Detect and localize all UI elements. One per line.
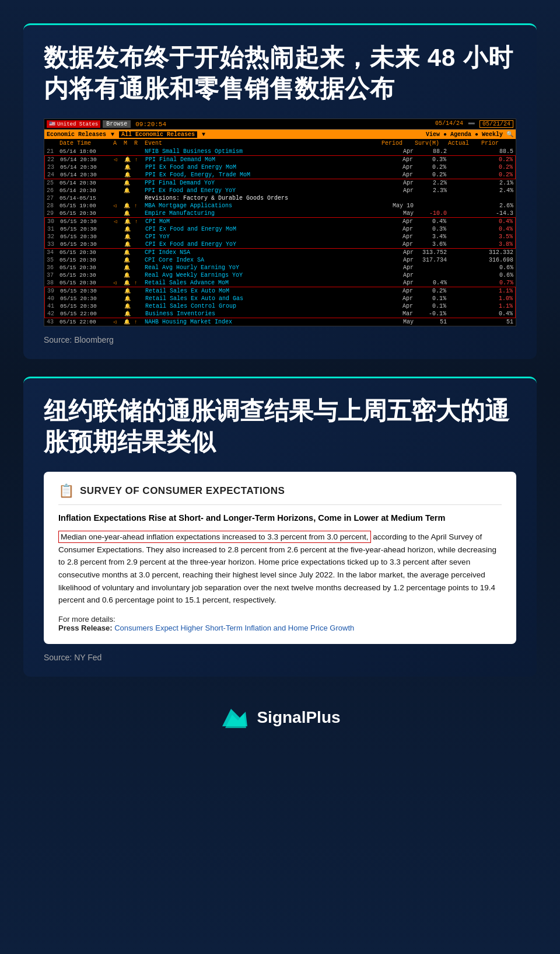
row-m: 🔔	[124, 187, 133, 194]
row-m: 🔔	[124, 180, 133, 186]
row-prior: 88.5	[481, 148, 513, 155]
row-r: ↑	[134, 203, 144, 209]
row-surv: 313.752	[415, 249, 447, 256]
row-date: 05/14 20:30	[60, 172, 113, 178]
row-surv: 0.3%	[414, 156, 446, 163]
table-row: 37 05/15 20:30 🔔 Real Avg Weekly Earning…	[44, 271, 516, 279]
section-1: 数据发布终于开始热闹起来，未来 48 小时内将有通胀和零售销售数据公布 🇺🇸 U…	[23, 23, 537, 359]
highlighted-sentence: Median one-year-ahead inflation expectat…	[58, 531, 371, 543]
row-prior: 0.6%	[481, 272, 513, 278]
row-num: 41	[47, 303, 59, 309]
table-row: 27 05/14-05/15 Revisions: Factory & Dura…	[44, 194, 516, 202]
source-nyfed: Source: NY Fed	[44, 653, 516, 662]
survey-body-cont: according to the April Survey of Consume…	[58, 532, 496, 604]
row-date: 05/15 20:30	[60, 210, 112, 217]
row-period: Apr	[381, 164, 413, 170]
row-date: 05/15 22:00	[60, 311, 113, 317]
row-m: 🔔	[124, 272, 133, 278]
row-prior: 0.4%	[481, 218, 513, 225]
row-period: Apr	[381, 234, 413, 240]
press-release-link[interactable]: Consumers Expect Higher Short-Term Infla…	[114, 624, 354, 632]
table-row: 33 05/15 20:30 🔔 CPI Ex Food and Energy …	[44, 241, 516, 249]
bb-view-label: View	[426, 131, 440, 138]
bb-col-headers: Date Time A M R Event Period Surv(M) Act…	[44, 139, 516, 148]
section-2: 纽约联储的通胀调查结果与上周五密大的通胀预期结果类似 📋 SURVEY OF C…	[23, 377, 537, 677]
row-prior: 0.6%	[481, 264, 513, 271]
bb-header-row-1: 🇺🇸 United States Browse 09:20:54 05/14/2…	[44, 119, 516, 130]
row-a: ◁	[114, 218, 123, 225]
table-row: 31 05/15 20:30 🔔 CPI Ex Food and Energy …	[44, 225, 516, 233]
row-num: 36	[47, 264, 58, 271]
row-date: 05/14 20:30	[60, 164, 113, 170]
survey-card: 📋 SURVEY OF CONSUMER EXPECTATIONS Inflat…	[44, 472, 516, 644]
row-num: 23	[47, 164, 59, 170]
table-row: 39 05/15 20:30 🔔 Retail Sales Ex Auto Mo…	[44, 287, 516, 295]
row-a: ◁	[113, 280, 123, 286]
table-row: 25 05/14 20:30 🔔 PPI Final Demand YoY Ap…	[44, 179, 516, 187]
row-surv: 3.4%	[414, 234, 446, 240]
flag-icon: 🇺🇸	[49, 121, 55, 127]
row-r: ↑	[134, 280, 144, 286]
bb-date-end[interactable]: 05/21/24	[480, 120, 513, 128]
bb-date-start[interactable]: 05/14/24	[435, 120, 463, 128]
row-event: PPI Ex Food, Energy, Trade MoM	[145, 172, 380, 178]
row-date: 05/15 20:30	[60, 234, 113, 240]
row-prior: 2.6%	[481, 203, 513, 209]
bb-agenda-label[interactable]: Agenda	[450, 131, 471, 138]
row-event: CPI YoY	[145, 234, 380, 240]
row-surv: 2.2%	[415, 180, 447, 186]
col-actual: Actual	[448, 140, 480, 147]
row-event: Retail Sales Control Group	[145, 303, 380, 309]
row-surv: 2.3%	[415, 187, 447, 194]
row-period: May	[382, 210, 414, 217]
row-num: 22	[47, 156, 59, 163]
row-prior: 0.4%	[481, 311, 513, 317]
row-event: Business Inventories	[145, 311, 380, 317]
row-m: 🔔	[124, 241, 134, 248]
bb-category[interactable]: Economic Releases	[47, 131, 106, 138]
survey-icon: 📋	[58, 483, 74, 499]
row-date: 05/15 20:30	[60, 249, 112, 256]
table-row: 32 05/15 20:30 🔔 CPI YoY Apr 3.4% 3.5%	[44, 233, 516, 241]
row-surv: 0.2%	[414, 172, 446, 178]
table-row: 38 05/15 20:30 ◁ 🔔 ↑ Retail Sales Advanc…	[44, 279, 516, 287]
row-period: May 10	[382, 203, 414, 209]
table-row: 41 05/15 20:30 🔔 Retail Sales Control Gr…	[44, 302, 516, 310]
row-num: 43	[47, 319, 58, 325]
row-prior: 0.2%	[481, 164, 513, 170]
bb-browse-btn[interactable]: Browse	[103, 120, 131, 128]
page-wrapper: 数据发布终于开始热闹起来，未来 48 小时内将有通胀和零售销售数据公布 🇺🇸 U…	[0, 0, 560, 954]
col-num	[47, 140, 58, 147]
row-prior: 3.5%	[481, 234, 513, 240]
row-event: PPI Ex Food and Energy MoM	[145, 164, 380, 170]
row-period: Apr	[381, 303, 413, 309]
row-a: ◁	[113, 203, 123, 209]
bb-separator: ➖	[468, 120, 475, 128]
bb-flag: 🇺🇸 United States	[47, 120, 100, 128]
row-date: 05/15 20:30	[60, 218, 113, 225]
row-event: MBA Mortgage Applications	[145, 203, 380, 209]
row-date: 05/14 20:30	[60, 180, 112, 186]
row-num: 27	[47, 195, 58, 201]
table-row: 22 05/14 20:30 ◁ 🔔 ↑ PPI Final Demand Mo…	[44, 155, 516, 163]
survey-more-details: For more details: Press Release: Consume…	[58, 615, 502, 632]
row-m: 🔔	[124, 264, 133, 271]
bb-weekly-label[interactable]: Weekly	[482, 131, 503, 138]
row-prior: 3.8%	[481, 241, 513, 248]
bb-country-label: United States	[57, 121, 98, 127]
row-num: 42	[47, 311, 59, 317]
row-m: 🔔	[124, 210, 133, 217]
row-m: 🔔	[124, 311, 134, 317]
row-period: Apr	[382, 257, 414, 263]
row-r: ↑	[134, 319, 144, 325]
row-period: Apr	[382, 249, 414, 256]
row-date: 05/15 20:30	[60, 280, 112, 286]
table-row: 42 05/15 22:00 🔔 Business Inventories Ma…	[44, 310, 516, 318]
row-prior: 2.4%	[481, 187, 513, 194]
table-row: 40 05/15 20:30 🔔 Retail Sales Ex Auto an…	[44, 295, 516, 302]
row-event: CPI Core Index SA	[145, 257, 380, 263]
bb-filter[interactable]: All Economic Releases	[119, 131, 197, 138]
row-a: ◁	[113, 319, 123, 325]
row-date: 05/15 20:30	[60, 272, 112, 278]
col-a: A	[113, 140, 123, 147]
